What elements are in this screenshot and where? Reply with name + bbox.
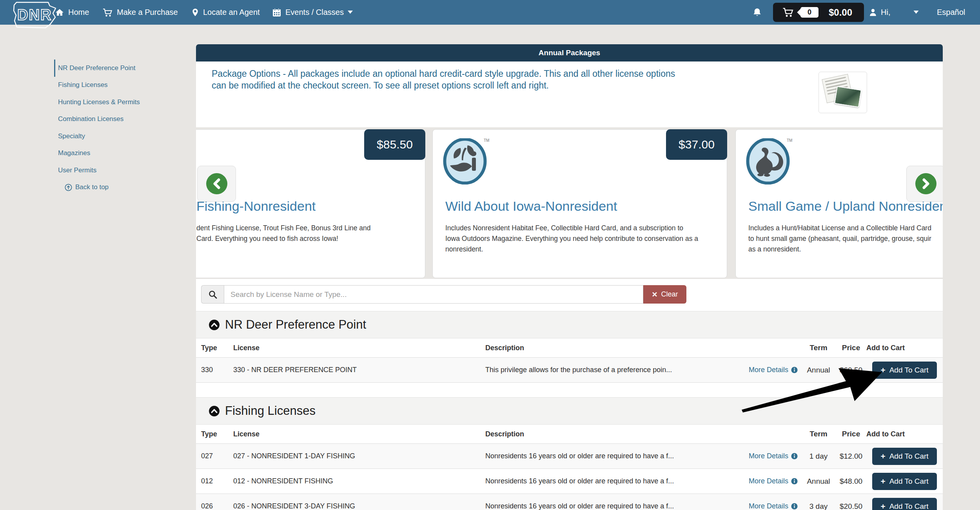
intro-line-1: Package Options - All packages include a… [212, 68, 768, 80]
add-to-cart-label: Add To Cart [889, 477, 929, 486]
sidebar-item-specialty[interactable]: Specialty [54, 128, 183, 145]
dnr-logo[interactable]: DNR [10, 0, 60, 32]
dnr-logo-text: DNR [17, 7, 52, 23]
nav-make-a-purchase[interactable]: Make a Purchase [103, 0, 178, 25]
plus-icon: + [880, 452, 885, 461]
column-header-description: Description [485, 425, 524, 443]
collapse-chevron-up-icon[interactable] [209, 405, 220, 417]
collapse-chevron-up-icon[interactable] [209, 319, 220, 331]
packages-intro-panel: Package Options - All packages include a… [196, 61, 943, 127]
section-title: Fishing Licenses [225, 404, 316, 418]
page: Home Make a Purchase Locate an Agent Eve… [0, 0, 980, 510]
chevron-left-icon [206, 173, 227, 194]
more-details-label: More Details [749, 477, 788, 485]
description-line: to hunt small game (pheasant, quail, par… [748, 233, 931, 244]
user-menu[interactable]: Hi, [869, 0, 890, 25]
row-description: Nonresidents 16 years old or older are r… [485, 444, 674, 468]
sidebar-item-fishing-licenses[interactable]: Fishing Licenses [54, 77, 183, 94]
sidebar-item-label: User Permits [58, 166, 96, 174]
carousel-next-button[interactable] [906, 166, 943, 202]
more-details-link[interactable]: More Details [747, 358, 798, 382]
more-details-link[interactable]: More Details [747, 444, 798, 468]
sidebar-item-nr-deer-preference-point[interactable]: NR Deer Preference Point [54, 60, 183, 77]
plus-icon: + [880, 477, 885, 486]
nav-events-classes[interactable]: Events / Classes [272, 0, 353, 25]
calendar-icon [272, 8, 281, 17]
caret-down-icon [913, 11, 919, 14]
row-type: 027 [201, 444, 213, 468]
description-line: Includes Nonresident Habitat Fee, Collec… [445, 223, 698, 233]
trademark-symbol: TM [787, 138, 792, 143]
caret-down-icon [348, 11, 353, 14]
table-row: 027 027 - NONRESIDENT 1-DAY FISHING Nonr… [196, 444, 943, 469]
cart-button[interactable]: 0 $0.00 [773, 3, 864, 22]
add-to-cart-label: Add To Cart [889, 502, 929, 510]
language-toggle[interactable]: Español [937, 0, 965, 25]
sidebar-item-label: Hunting Licenses & Permits [58, 98, 140, 106]
row-license: 026 - NONRESIDENT 3-DAY FISHING [233, 494, 355, 510]
package-description: Includes a Hunt/Habitat License and a Co… [748, 223, 931, 255]
small-game-squirrel-logo: TM [746, 138, 790, 186]
search-band: ✕ Clear [196, 279, 943, 311]
info-circle-icon [791, 367, 798, 373]
search-input[interactable] [224, 285, 643, 304]
column-header-term: Term [800, 425, 837, 443]
column-header-price: Price [834, 425, 868, 443]
search-icon [208, 290, 218, 299]
wild-about-iowa-logo: TM [443, 138, 487, 186]
row-term: Annual [800, 358, 837, 382]
plus-icon: + [880, 502, 885, 510]
package-title-link[interactable]: Wild About Iowa-Nonresident [445, 199, 617, 214]
arrow-up-circle-icon [65, 184, 72, 191]
add-to-cart-button[interactable]: + Add To Cart [872, 498, 937, 510]
more-details-link[interactable]: More Details [747, 494, 798, 510]
row-license: 027 - NONRESIDENT 1-DAY FISHING [233, 444, 355, 468]
column-header-license: License [233, 338, 260, 357]
cart-total: $0.00 [829, 7, 852, 18]
user-greeting: Hi, [881, 8, 890, 17]
package-card-wild-about-iowa[interactable]: $37.00 TM Wild About Iowa-Nonresident [432, 129, 727, 278]
package-card-fishing-nonresident[interactable]: $85.50 Fishing-Nonresident dent Fishing … [196, 129, 425, 278]
sidebar-item-label: Fishing Licenses [58, 81, 108, 89]
notifications-bell[interactable] [753, 7, 762, 19]
add-to-cart-button[interactable]: + Add To Cart [872, 362, 937, 379]
more-details-link[interactable]: More Details [747, 469, 798, 494]
package-description: Includes Nonresident Habitat Fee, Collec… [445, 223, 698, 255]
section-title: NR Deer Preference Point [225, 318, 366, 332]
carousel-prev-button[interactable] [197, 166, 236, 202]
sidebar-item-hunting-licenses-permits[interactable]: Hunting Licenses & Permits [54, 94, 183, 111]
user-menu-caret[interactable] [913, 0, 919, 25]
section-header-nr-deer-preference-point[interactable]: NR Deer Preference Point [196, 311, 943, 338]
table-row: 026 026 - NONRESIDENT 3-DAY FISHING Nonr… [196, 494, 943, 510]
row-description: Nonresidents 16 years old or older are r… [485, 494, 674, 510]
x-icon: ✕ [652, 290, 657, 299]
search-addon [201, 285, 224, 304]
row-license: 330 - NR DEER PREFERENCE POINT [233, 358, 357, 382]
more-details-label: More Details [749, 452, 788, 460]
sidebar-item-combination-licenses[interactable]: Combination Licenses [54, 111, 183, 128]
column-header-description: Description [485, 338, 524, 357]
column-header-type: Type [201, 338, 217, 357]
nav-locate-an-agent[interactable]: Locate an Agent [191, 0, 260, 25]
map-pin-icon [191, 7, 199, 18]
back-to-top-link[interactable]: Back to top [54, 179, 183, 196]
trademark-symbol: TM [484, 138, 489, 143]
sidebar-item-user-permits[interactable]: User Permits [54, 162, 183, 179]
package-card-small-game-upland[interactable]: TM Small Game / Upland Nonresident Inclu… [735, 129, 943, 278]
annual-packages-title: Annual Packages [539, 49, 600, 57]
add-to-cart-button[interactable]: + Add To Cart [872, 473, 937, 490]
sidebar-item-label: Magazines [58, 149, 90, 157]
add-to-cart-button[interactable]: + Add To Cart [872, 448, 937, 465]
nav-home-label: Home [68, 8, 89, 17]
description-line: Includes a Hunt/Habitat License and a Co… [748, 223, 931, 233]
info-circle-icon [791, 503, 798, 510]
packages-intro-text: Package Options - All packages include a… [212, 68, 768, 91]
sidebar-item-magazines[interactable]: Magazines [54, 145, 183, 162]
clear-search-button[interactable]: ✕ Clear [643, 285, 686, 304]
column-header-term: Term [800, 338, 837, 357]
category-sidebar: NR Deer Preference Point Fishing License… [54, 60, 183, 196]
section-header-fishing-licenses[interactable]: Fishing Licenses [196, 397, 943, 425]
table-row: 012 012 - NONRESIDENT FISHING Nonresiden… [196, 469, 943, 494]
row-license: 012 - NONRESIDENT FISHING [233, 469, 333, 494]
annual-packages-header: Annual Packages [196, 44, 943, 61]
